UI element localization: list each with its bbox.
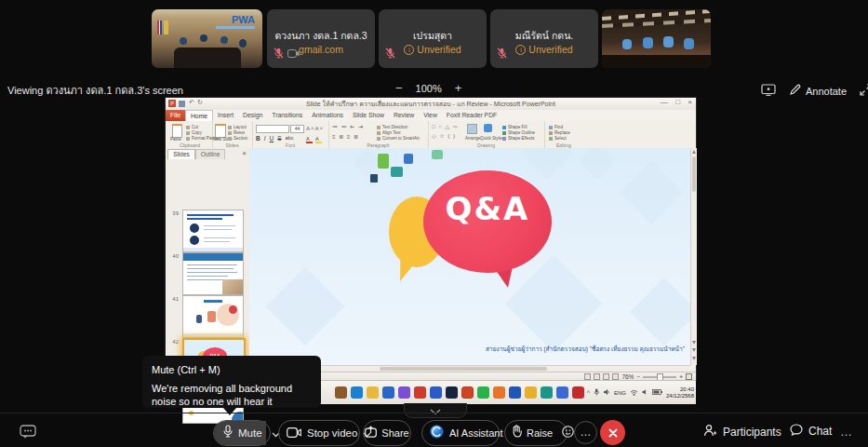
taskbar-app-icon[interactable] — [398, 386, 410, 399]
taskbar-app-icon[interactable] — [382, 386, 394, 399]
quick-styles-label[interactable]: Quick Styles — [480, 135, 504, 142]
taskbar-app-icon[interactable] — [446, 386, 458, 399]
chat-button[interactable]: Chat — [790, 424, 832, 439]
next-slide-button[interactable] — [692, 357, 696, 360]
ai-assistant-button[interactable]: AI Assistant — [421, 420, 500, 446]
reading-view-icon[interactable] — [603, 373, 609, 380]
tray-battery-icon[interactable] — [652, 389, 662, 396]
tab-design[interactable]: Design — [238, 110, 267, 121]
slide-thumbnail-40[interactable] — [182, 252, 244, 295]
arrange-label[interactable]: Arrange — [465, 135, 480, 142]
ppt-zoom-out[interactable]: − — [636, 373, 640, 380]
slide-canvas[interactable]: Q&A สายงานผู้ช่วยผู้ว่าการ (สำนักตรวจสอบ… — [249, 148, 690, 365]
clear-format-button[interactable]: abc — [286, 135, 294, 142]
select-button[interactable]: Select — [549, 135, 567, 142]
video-tile-pwa-room[interactable]: PWA — [152, 9, 262, 68]
tab-transitions[interactable]: Transitions — [267, 110, 307, 121]
tab-slide-show[interactable]: Slide Show — [348, 110, 389, 121]
redo-icon[interactable]: ↻ — [197, 99, 203, 106]
tray-language[interactable]: ENG — [614, 390, 626, 396]
panel-tab-outline[interactable]: Outline — [195, 149, 225, 159]
taskbar-app-icon[interactable] — [525, 386, 537, 399]
quick-styles-icon[interactable] — [484, 124, 492, 132]
more-options-button[interactable]: … — [574, 421, 597, 444]
underline-button[interactable]: U — [270, 135, 274, 142]
zoom-out-button[interactable]: − — [395, 81, 403, 95]
fit-to-window-icon[interactable] — [686, 373, 692, 380]
slide-thumbnail-39[interactable] — [182, 210, 244, 252]
raise-hand-button[interactable]: Raise — [504, 420, 568, 446]
tray-expand-icon[interactable]: ^ — [587, 389, 590, 396]
participant-tile[interactable]: มณีรัตน์ กดน. iUnverified — [490, 9, 598, 68]
taskbar-app-icon[interactable] — [556, 386, 568, 399]
participant-tile[interactable]: เปรมสุดา iUnverified — [379, 9, 487, 68]
taskbar-app-icon[interactable] — [351, 386, 363, 399]
video-tile-classroom[interactable] — [602, 9, 711, 68]
taskbar-app-icon[interactable] — [367, 386, 379, 399]
ppt-zoom-in[interactable]: + — [679, 373, 683, 380]
zoom-slider[interactable] — [643, 376, 676, 378]
arrange-icon[interactable] — [467, 124, 477, 134]
tray-volume-icon[interactable] — [642, 388, 648, 397]
section-button[interactable]: Section — [228, 135, 247, 142]
undo-icon[interactable]: ↶ — [189, 99, 194, 106]
share-button[interactable]: Share — [363, 420, 411, 446]
mute-button[interactable]: Mute — [213, 420, 271, 446]
shapes-gallery[interactable]: □ ○ △ ⇨ — [432, 123, 459, 130]
save-icon[interactable] — [179, 101, 185, 107]
grow-shrink-font-icons[interactable]: A˄A˅ — [306, 125, 324, 132]
captions-icon[interactable] — [20, 425, 37, 443]
panel-close-button[interactable]: × — [242, 149, 247, 157]
font-size-box[interactable]: 44 — [290, 125, 304, 133]
view-options-icon[interactable] — [761, 83, 776, 100]
tray-clock[interactable]: 20:40 24/12/2568 — [666, 386, 694, 400]
panel-tab-slides[interactable]: Slides — [167, 149, 195, 159]
tray-wifi-icon[interactable] — [630, 389, 638, 397]
tab-review[interactable]: Review — [389, 110, 419, 121]
tab-file[interactable]: File — [166, 110, 185, 121]
taskbar-app-icon[interactable] — [572, 386, 584, 399]
toolbar-overflow-button[interactable]: … — [840, 425, 853, 439]
slide-thumbnail-41[interactable] — [182, 295, 244, 338]
tray-mic-icon[interactable] — [594, 388, 599, 397]
close-button[interactable]: × — [688, 98, 692, 106]
list-indent-icons[interactable]: ≔ ≕ ⇤ ⇥ — [332, 123, 364, 130]
paste-label[interactable]: Paste — [170, 136, 181, 142]
alignment-icons[interactable]: ≡ ≣ ≡ ≣ — [332, 133, 359, 141]
vertical-scrollbar[interactable] — [690, 148, 697, 365]
fullscreen-icon[interactable] — [860, 83, 868, 100]
participant-tile[interactable]: ดวงนภา งดล.1 กดล.3 gmail.com — [267, 9, 375, 68]
smartart-button[interactable]: Convert to SmartArt — [377, 135, 420, 142]
stop-video-button[interactable]: Stop video — [278, 420, 360, 446]
zoom-in-button[interactable]: + — [455, 81, 462, 95]
participants-button[interactable]: Participants — [703, 424, 781, 440]
taskbar-app-icon[interactable] — [477, 386, 489, 399]
strikethrough-button[interactable]: S — [277, 135, 281, 142]
taskbar-app-icon[interactable] — [541, 386, 553, 399]
tab-insert[interactable]: Insert — [213, 110, 238, 121]
shape-effects-button[interactable]: Shape Effects — [502, 135, 535, 142]
leave-meeting-button[interactable] — [600, 420, 625, 445]
tab-animations[interactable]: Animations — [307, 110, 348, 121]
annotate-button[interactable]: Annotate — [789, 83, 847, 100]
tray-speaker-icon[interactable] — [603, 388, 610, 397]
taskbar-app-icon[interactable] — [335, 386, 347, 399]
font-name-box[interactable] — [256, 125, 289, 133]
reactions-smiley-icon[interactable] — [562, 425, 574, 441]
tab-view[interactable]: View — [419, 110, 442, 121]
previous-slide-button[interactable] — [692, 348, 696, 352]
taskbar-app-icon-powerpoint[interactable] — [461, 386, 474, 399]
tab-foxit[interactable]: Foxit Reader PDF — [442, 110, 501, 121]
font-style-buttons[interactable]: B I U S abc — [256, 135, 293, 142]
maximize-button[interactable]: □ — [675, 98, 680, 106]
filmstrip-collapse-tab[interactable] — [404, 403, 467, 418]
italic-button[interactable]: I — [264, 135, 266, 142]
mute-button-main[interactable]: Mute — [214, 421, 266, 445]
minimize-button[interactable]: — — [661, 98, 668, 106]
tab-home[interactable]: Home — [185, 110, 213, 121]
shapes-gallery-2[interactable]: ◇ ☆ ( ) — [432, 132, 456, 140]
bold-button[interactable]: B — [256, 135, 260, 142]
taskbar-app-icon[interactable] — [414, 386, 426, 399]
normal-view-icon[interactable] — [584, 373, 591, 380]
slideshow-view-icon[interactable] — [612, 373, 619, 380]
